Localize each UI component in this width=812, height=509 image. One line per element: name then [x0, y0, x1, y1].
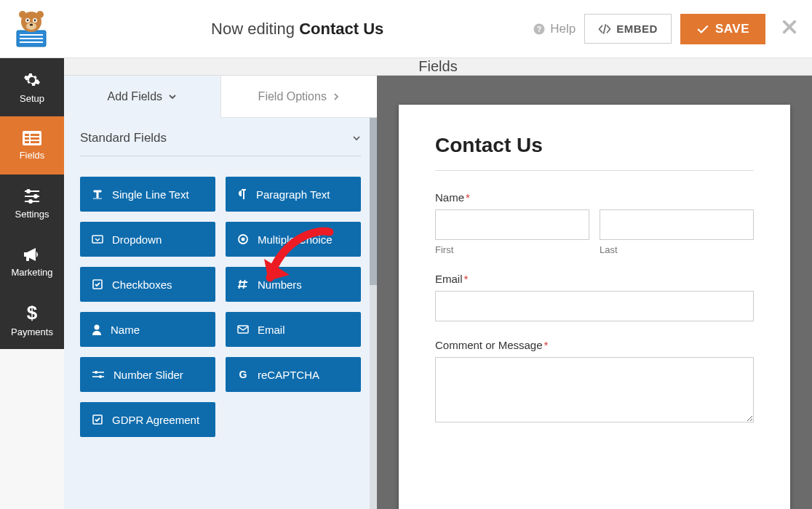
svg-rect-35	[238, 326, 248, 333]
sidebar-item-payments[interactable]: $ Payments	[0, 291, 64, 349]
required-marker: *	[466, 191, 470, 204]
sidebar-item-settings[interactable]: Settings	[0, 175, 64, 233]
fields-panel: Add Fields Field Options Standard Fields	[64, 76, 377, 509]
last-sublabel: Last	[600, 244, 754, 255]
last-name-input[interactable]	[600, 209, 754, 240]
top-actions: ? Help EMBED SAVE	[533, 14, 812, 44]
form-name: Contact Us	[299, 20, 383, 38]
svg-point-37	[95, 371, 97, 374]
code-icon	[598, 24, 611, 34]
sidebar: Setup Fields Settings Marketing $ Paymen…	[0, 58, 64, 509]
save-button[interactable]: SAVE	[680, 14, 765, 44]
close-button[interactable]	[781, 17, 797, 40]
svg-point-11	[19, 11, 26, 18]
chevron-down-icon	[168, 92, 177, 101]
required-marker: *	[544, 339, 549, 351]
field-checkboxes[interactable]: Checkboxes	[80, 267, 215, 302]
scrollbar[interactable]	[370, 118, 377, 509]
text-icon	[92, 188, 103, 200]
hash-icon	[237, 278, 249, 290]
svg-point-23	[26, 189, 31, 193]
editing-title: Now editing Contact Us	[62, 20, 533, 39]
g-icon: G	[237, 369, 249, 380]
field-dropdown[interactable]: Dropdown	[80, 222, 215, 257]
form-title: Contact Us	[435, 134, 754, 157]
radio-icon	[237, 233, 249, 245]
form-card: Contact Us Name* First Last	[399, 105, 790, 509]
chevron-right-icon	[333, 92, 340, 101]
email-input[interactable]	[435, 291, 754, 321]
user-icon	[92, 324, 102, 335]
bullhorn-icon	[23, 247, 41, 262]
tab-field-options[interactable]: Field Options	[220, 76, 378, 118]
svg-rect-30	[92, 236, 103, 243]
svg-point-27	[28, 199, 33, 204]
field-recaptcha[interactable]: G reCAPTCHA	[226, 357, 361, 392]
close-icon	[781, 19, 797, 35]
editing-prefix: Now editing	[211, 20, 299, 38]
standard-fields-section: Standard Fields	[64, 118, 377, 162]
field-grid: Single Line Text Paragraph Text Dropdown…	[64, 162, 377, 452]
comment-field-block: Comment or Message*	[435, 339, 754, 425]
help-icon: ?	[533, 23, 546, 36]
required-marker: *	[464, 273, 469, 285]
checkbox-icon	[92, 414, 103, 425]
sliders-mini-icon	[92, 369, 105, 380]
svg-rect-28	[26, 257, 29, 261]
svg-text:?: ?	[537, 24, 541, 33]
svg-text:G: G	[239, 369, 247, 380]
svg-point-10	[29, 23, 32, 25]
svg-rect-18	[25, 137, 29, 140]
sliders-icon	[23, 188, 41, 204]
name-field-block: Name* First Last	[435, 191, 754, 255]
scrollbar-thumb[interactable]	[370, 118, 377, 285]
field-name[interactable]: Name	[80, 312, 215, 347]
svg-rect-19	[31, 137, 39, 140]
sidebar-item-fields[interactable]: Fields	[0, 116, 64, 175]
paragraph-icon	[237, 188, 247, 200]
section-header[interactable]: Standard Fields	[80, 131, 361, 156]
svg-text:$: $	[27, 303, 38, 322]
field-email[interactable]: Email	[226, 312, 361, 347]
app-logo	[0, 0, 62, 58]
svg-point-32	[242, 238, 245, 241]
dollar-icon: $	[25, 303, 39, 322]
panel-tabs: Add Fields Field Options	[64, 76, 377, 118]
main-area: Setup Fields Settings Marketing $ Paymen…	[0, 58, 812, 509]
tab-add-fields[interactable]: Add Fields	[64, 76, 220, 118]
check-icon	[696, 24, 709, 34]
field-paragraph-text[interactable]: Paragraph Text	[226, 177, 361, 212]
svg-rect-20	[25, 141, 29, 143]
email-label: Email*	[435, 273, 754, 285]
comment-textarea[interactable]	[435, 357, 754, 422]
first-sublabel: First	[435, 244, 589, 255]
email-field-block: Email*	[435, 273, 754, 321]
first-name-input[interactable]	[435, 209, 589, 240]
svg-point-8	[33, 19, 36, 21]
svg-rect-21	[31, 141, 39, 143]
chevron-down-icon	[352, 134, 361, 143]
name-label: Name*	[435, 191, 754, 204]
comment-label: Comment or Message*	[435, 339, 754, 351]
sidebar-item-marketing[interactable]: Marketing	[0, 233, 64, 291]
field-numbers[interactable]: Numbers	[226, 267, 361, 302]
dropdown-icon	[92, 233, 103, 245]
form-preview: Contact Us Name* First Last	[377, 76, 812, 509]
svg-point-25	[33, 194, 38, 199]
svg-point-7	[26, 19, 28, 21]
field-gdpr-agreement[interactable]: GDPR Agreement	[80, 402, 215, 437]
svg-point-12	[36, 11, 44, 18]
list-icon	[23, 131, 41, 145]
sidebar-item-setup[interactable]: Setup	[0, 58, 64, 116]
field-single-line-text[interactable]: Single Line Text	[80, 177, 215, 212]
embed-button[interactable]: EMBED	[584, 14, 672, 44]
svg-rect-16	[25, 134, 29, 136]
svg-point-39	[99, 375, 102, 378]
help-link[interactable]: ? Help	[533, 22, 576, 36]
field-number-slider[interactable]: Number Slider	[80, 357, 215, 392]
panel-body: Add Fields Field Options Standard Fields	[64, 76, 812, 509]
checkbox-icon	[92, 278, 103, 290]
divider	[435, 170, 754, 171]
svg-rect-17	[31, 134, 39, 136]
field-multiple-choice[interactable]: Multiple Choice	[226, 222, 361, 257]
